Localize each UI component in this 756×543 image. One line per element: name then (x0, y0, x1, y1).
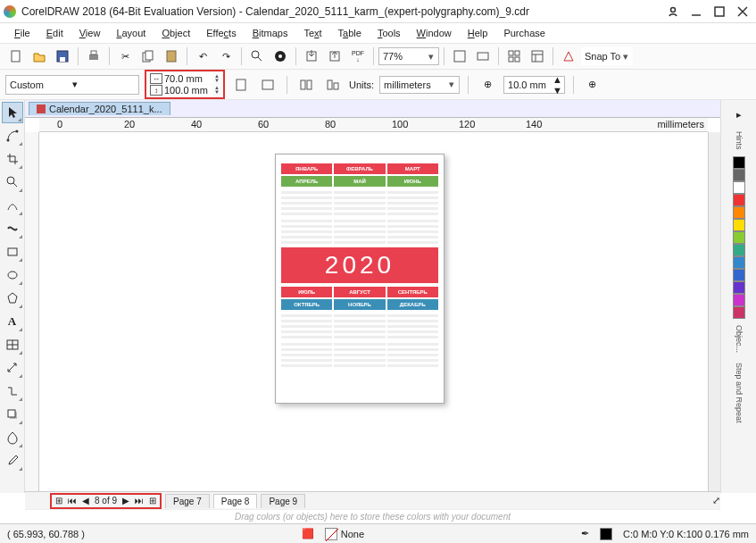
page-artwork[interactable]: ЯНВАРЬФЕВРАЛЬМАРТАПРЕЛЬМАЙИЮНЬ 2020 ИЮЛЬ… (275, 154, 444, 404)
document-palette-hint[interactable]: Drag colors (or objects) here to store t… (25, 509, 720, 523)
account-icon[interactable] (663, 4, 683, 20)
vertical-ruler[interactable] (25, 132, 39, 493)
shape-tool[interactable] (2, 125, 23, 146)
outline-pen-icon[interactable]: ✒ (581, 528, 589, 539)
close-button[interactable] (733, 4, 752, 20)
search-button[interactable] (246, 46, 268, 67)
text-tool[interactable]: A (2, 311, 23, 332)
paste-button[interactable] (161, 46, 182, 67)
units-combo[interactable]: millimeters▾ (379, 76, 460, 94)
connector-tool[interactable] (2, 380, 23, 402)
dimension-tool[interactable] (2, 357, 23, 379)
ellipse-tool[interactable] (2, 264, 23, 286)
transparency-tool[interactable] (2, 427, 23, 448)
undo-button[interactable]: ↶ (192, 46, 213, 67)
redo-button[interactable]: ↷ (215, 46, 237, 67)
color-swatch[interactable] (733, 194, 745, 206)
page-height-input[interactable] (164, 85, 212, 96)
step-repeat-panel-tab[interactable]: Step and Repeat (735, 363, 744, 423)
fullscreen-button[interactable] (449, 46, 470, 67)
maximize-button[interactable] (710, 4, 729, 20)
horizontal-ruler[interactable]: 020406080100120140millimeters (39, 118, 708, 132)
drop-shadow-tool[interactable] (2, 404, 23, 425)
height-spinner[interactable]: ▲▼ (214, 86, 220, 95)
first-page-button[interactable]: ⏮ (66, 496, 79, 505)
page-width-input[interactable] (164, 73, 212, 84)
menu-object[interactable]: Object (154, 26, 197, 40)
add-page-start-button[interactable]: ⊞ (54, 496, 64, 505)
nudge-input-wrap[interactable]: ▲▼ (503, 76, 565, 94)
dockers-button[interactable] (527, 46, 548, 67)
color-swatch[interactable] (733, 306, 745, 319)
nudge-spinner[interactable]: ▲▼ (552, 74, 562, 96)
chevron-down-icon[interactable]: ▾ (620, 51, 631, 63)
proof-colors-icon[interactable]: 🟥 (302, 528, 314, 539)
color-swatch[interactable] (733, 231, 745, 244)
duplicate-distance-button[interactable]: ⊕ (582, 74, 603, 96)
menu-tools[interactable]: Tools (370, 26, 408, 40)
minimize-button[interactable] (686, 4, 706, 20)
pointillize-icon[interactable] (270, 46, 291, 67)
menu-help[interactable]: Help (461, 26, 495, 40)
prev-page-button[interactable]: ◀ (80, 496, 91, 505)
landscape-button[interactable] (257, 74, 278, 96)
portrait-button[interactable] (230, 74, 252, 96)
import-button[interactable] (301, 46, 322, 67)
color-swatch[interactable] (733, 181, 745, 194)
menu-layout[interactable]: Layout (109, 26, 153, 40)
next-page-button[interactable]: ▶ (120, 496, 131, 505)
menu-text[interactable]: Text (296, 26, 328, 40)
copy-button[interactable] (137, 46, 159, 67)
page-tab[interactable]: Page 8 (213, 494, 258, 508)
objects-panel-tab[interactable]: Objec... (735, 325, 744, 353)
polygon-tool[interactable] (2, 288, 23, 309)
color-swatch[interactable] (733, 256, 745, 269)
outline-swatch[interactable] (600, 528, 612, 540)
last-page-button[interactable]: ⏭ (133, 496, 145, 505)
document-tab[interactable]: Calendar_2020_5111_k... (29, 102, 170, 115)
export-button[interactable] (324, 46, 345, 67)
all-pages-button[interactable] (295, 74, 317, 96)
page-tab[interactable]: Page 9 (261, 494, 305, 508)
publish-pdf-button[interactable]: PDF↓ (347, 46, 369, 67)
chevron-down-icon[interactable]: ▾ (426, 51, 436, 63)
zoom-input[interactable] (383, 51, 426, 62)
color-swatch[interactable] (733, 169, 745, 181)
menu-purchase[interactable]: Purchase (496, 26, 552, 40)
color-swatch[interactable] (733, 244, 745, 256)
menu-edit[interactable]: Edit (39, 26, 71, 40)
cut-button[interactable]: ✂ (114, 46, 136, 67)
menu-window[interactable]: Window (410, 26, 459, 40)
hints-panel-tab[interactable]: Hints (735, 131, 744, 150)
chevron-down-icon[interactable]: ▾ (446, 79, 457, 90)
eyedropper-tool[interactable] (2, 450, 23, 472)
artistic-media-tool[interactable] (2, 218, 23, 239)
color-swatch[interactable] (733, 156, 745, 169)
menu-file[interactable]: File (7, 26, 37, 40)
menu-effects[interactable]: Effects (199, 26, 243, 40)
freehand-tool[interactable] (2, 195, 23, 216)
menu-bitmaps[interactable]: Bitmaps (245, 26, 295, 40)
crop-tool[interactable] (2, 148, 23, 170)
page-tab[interactable]: Page 7 (165, 494, 210, 508)
menu-table[interactable]: Table (331, 26, 369, 40)
table-tool[interactable] (2, 334, 23, 355)
nudge-input[interactable] (508, 79, 552, 90)
chevron-down-icon[interactable]: ▾ (72, 79, 135, 90)
preview-button[interactable] (472, 46, 494, 67)
open-button[interactable] (29, 46, 50, 67)
snap-combo[interactable]: Snap To▾ (581, 47, 633, 65)
expand-dock-icon[interactable]: ▸ (728, 104, 750, 125)
launch-button[interactable] (558, 46, 579, 67)
nav-expand-icon[interactable]: ⤢ (712, 495, 720, 506)
save-button[interactable] (52, 46, 73, 67)
vertical-scrollbar[interactable] (708, 132, 720, 493)
color-swatch[interactable] (733, 281, 745, 294)
page-preset-combo[interactable]: Custom▾ (5, 75, 139, 95)
color-swatch[interactable] (733, 206, 745, 219)
menu-view[interactable]: View (72, 26, 108, 40)
align-button[interactable] (503, 46, 525, 67)
rectangle-tool[interactable] (2, 241, 23, 263)
fill-swatch[interactable] (325, 528, 337, 540)
new-button[interactable] (5, 46, 27, 67)
